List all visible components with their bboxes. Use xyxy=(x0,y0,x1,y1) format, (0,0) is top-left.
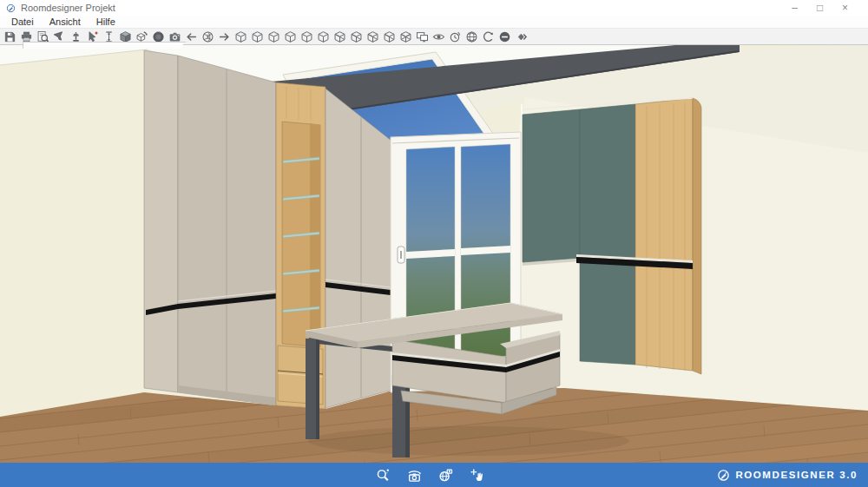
menu-item-datei[interactable]: Datei xyxy=(3,16,42,28)
rotate-scene-icon[interactable] xyxy=(480,29,496,45)
view-cube-left-icon[interactable] xyxy=(266,29,282,45)
visibility-icon[interactable] xyxy=(431,29,447,45)
view-previous-icon[interactable] xyxy=(183,29,200,45)
tooltip-stub xyxy=(23,42,186,49)
view-cube-back-icon[interactable] xyxy=(249,29,266,45)
brand: ROOMDESIGNER 3.0 xyxy=(717,463,858,487)
menu-item-hilfe[interactable]: Hilfe xyxy=(89,16,123,28)
minimize-button[interactable]: – xyxy=(782,0,807,16)
menu-item-ansicht[interactable]: Ansicht xyxy=(42,16,89,28)
scene-3d[interactable] xyxy=(0,45,868,463)
panorama-globe-icon[interactable] xyxy=(464,29,480,45)
zoom-tool-icon[interactable] xyxy=(373,465,392,484)
wardrobe-angled[interactable] xyxy=(326,89,392,408)
globe-camera-tool-icon[interactable] xyxy=(436,465,455,484)
orbit-sphere-icon[interactable] xyxy=(200,29,216,45)
menu-bar: DateiAnsichtHilfe xyxy=(0,16,868,28)
view-cube-iso4-icon[interactable] xyxy=(381,29,398,45)
view-cube-top-icon[interactable] xyxy=(299,29,315,45)
window-title: Roomdesigner Projekt xyxy=(21,0,115,16)
view-history-icon[interactable] xyxy=(447,29,464,45)
maximize-button[interactable]: □ xyxy=(807,0,832,16)
orbit-camera-tool-icon[interactable] xyxy=(404,465,424,484)
view-next-icon[interactable] xyxy=(216,29,233,45)
view-cube-bottom-icon[interactable] xyxy=(315,29,332,45)
bottom-bar: ROOMDESIGNER 3.0 xyxy=(0,463,868,487)
dual-view-icon[interactable] xyxy=(414,29,431,45)
save-icon[interactable] xyxy=(2,29,18,45)
view-cube-front-icon[interactable] xyxy=(233,29,249,45)
viewport[interactable] xyxy=(0,45,868,463)
wall-left xyxy=(0,49,148,417)
view-cube-iso2-icon[interactable] xyxy=(348,29,365,45)
roomdesigner-logo-icon xyxy=(717,469,730,482)
view-cube-iso1-icon[interactable] xyxy=(332,29,348,45)
remove-icon[interactable] xyxy=(496,29,513,45)
navigation-tools xyxy=(373,463,486,487)
close-button[interactable]: × xyxy=(832,0,858,16)
title-bar: Roomdesigner Projekt –□× xyxy=(0,0,868,16)
window-controls: –□× xyxy=(782,0,868,16)
app-window: Roomdesigner Projekt –□× DateiAnsichtHil… xyxy=(0,0,868,487)
wardrobe-left[interactable] xyxy=(144,50,276,405)
pan-hand-tool-icon[interactable] xyxy=(467,465,486,484)
next-element-icon[interactable] xyxy=(513,29,529,45)
view-cube-right-icon[interactable] xyxy=(282,29,299,45)
view-cube-iso3-icon[interactable] xyxy=(365,29,381,45)
toolbar xyxy=(0,28,868,45)
view-cube-all-icon[interactable] xyxy=(398,29,414,45)
brand-label: ROOMDESIGNER 3.0 xyxy=(735,470,858,480)
app-logo-icon xyxy=(6,3,16,13)
